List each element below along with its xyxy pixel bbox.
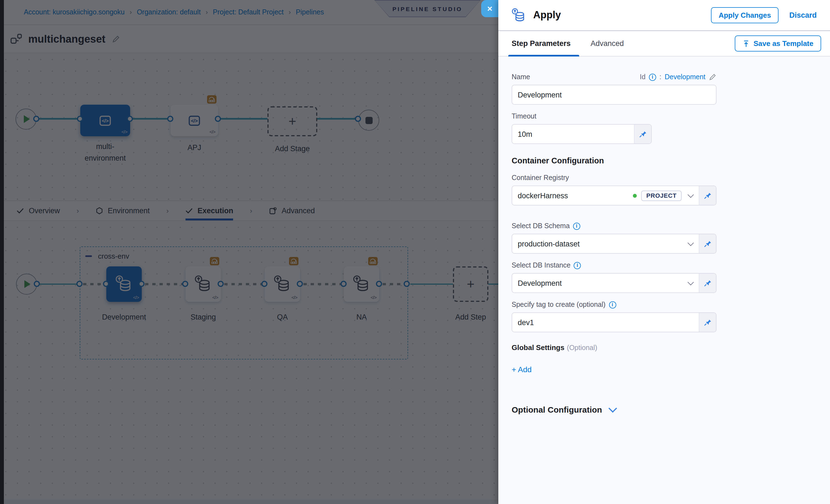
- apply-step-icon: [511, 7, 527, 23]
- optional-hint: (Optional): [567, 344, 598, 352]
- connector-status-dot: [633, 194, 637, 197]
- pin-runtime-input-button[interactable]: [699, 274, 716, 292]
- pin-icon: [704, 192, 711, 199]
- left-nav-edge: [0, 0, 4, 504]
- chevron-down-icon: [608, 404, 617, 413]
- discard-button[interactable]: Discard: [789, 11, 817, 20]
- container-config-heading: Container Configuration: [512, 156, 817, 165]
- info-icon[interactable]: i: [609, 301, 616, 308]
- step-config-panel: Apply Apply Changes Discard Step Paramet…: [498, 0, 830, 504]
- modal-dim-overlay: [0, 0, 498, 504]
- pin-runtime-input-button[interactable]: [699, 234, 716, 253]
- app-window: Account: kurosakiichigo.songoku › Organi…: [0, 0, 830, 504]
- db-instance-field: Development: [512, 273, 716, 293]
- pin-icon: [704, 318, 711, 326]
- info-icon[interactable]: i: [574, 262, 581, 269]
- db-instance-label: Select DB Instance: [512, 261, 571, 269]
- edit-id-icon[interactable]: [709, 73, 716, 81]
- global-settings-label: Global Settings: [512, 343, 565, 352]
- tab-step-parameters[interactable]: Step Parameters: [512, 39, 571, 48]
- container-registry-label: Container Registry: [512, 174, 569, 182]
- tag-field: [512, 312, 716, 332]
- pipeline-studio-background: Account: kurosakiichigo.songoku › Organi…: [0, 0, 498, 504]
- name-input[interactable]: [512, 85, 716, 105]
- db-schema-value: production-dataset: [518, 240, 681, 248]
- timeout-field: [512, 124, 652, 144]
- add-global-setting-link[interactable]: + Add: [512, 365, 532, 374]
- pin-icon: [639, 130, 647, 138]
- db-schema-select[interactable]: production-dataset: [512, 234, 699, 253]
- apply-changes-button[interactable]: Apply Changes: [711, 7, 779, 23]
- step-parameters-form: Name Id i : Development Timeout Containe…: [498, 57, 830, 504]
- container-registry-select[interactable]: dockerHarness PROJECT: [512, 186, 699, 205]
- panel-header: Apply Apply Changes Discard: [498, 0, 830, 31]
- info-icon[interactable]: i: [649, 73, 656, 81]
- chevron-down-icon: [688, 240, 694, 246]
- timeout-label: Timeout: [512, 113, 536, 120]
- db-schema-field: production-dataset: [512, 234, 716, 254]
- scope-badge: PROJECT: [641, 190, 681, 201]
- panel-tab-bar: Step Parameters Advanced Save as Templat…: [498, 31, 830, 57]
- tag-input[interactable]: [512, 313, 699, 332]
- tab-advanced[interactable]: Advanced: [590, 39, 624, 48]
- container-registry-field: dockerHarness PROJECT: [512, 186, 716, 206]
- db-schema-label: Select DB Schema: [512, 222, 570, 230]
- db-instance-select[interactable]: Development: [512, 274, 699, 292]
- pin-runtime-input-button[interactable]: [634, 125, 651, 144]
- pin-icon: [704, 279, 711, 287]
- registry-value: dockerHarness: [518, 191, 629, 200]
- close-panel-button[interactable]: ×: [481, 0, 498, 17]
- global-settings-heading: Global Settings (Optional): [512, 342, 817, 352]
- id-separator: :: [660, 73, 661, 81]
- pin-icon: [704, 240, 711, 248]
- step-id-row: Id i : Development: [640, 73, 716, 81]
- optional-configuration-label: Optional Configuration: [512, 405, 602, 414]
- chevron-down-icon: [688, 192, 694, 198]
- timeout-input[interactable]: [512, 125, 634, 144]
- id-value: Development: [665, 73, 705, 81]
- upload-icon: [742, 40, 750, 48]
- pin-runtime-input-button[interactable]: [699, 186, 716, 205]
- active-tab-underline: [508, 55, 579, 57]
- id-label: Id: [640, 73, 646, 81]
- info-icon[interactable]: i: [573, 222, 580, 229]
- chevron-down-icon: [688, 279, 694, 285]
- optional-configuration-toggle[interactable]: Optional Configuration: [512, 405, 817, 414]
- pin-runtime-input-button[interactable]: [699, 313, 716, 332]
- name-label: Name: [512, 73, 530, 81]
- panel-title: Apply: [533, 9, 711, 21]
- save-as-template-button[interactable]: Save as Template: [735, 35, 821, 52]
- tag-label: Specify tag to create (optional): [512, 301, 605, 309]
- db-instance-value: Development: [518, 279, 681, 287]
